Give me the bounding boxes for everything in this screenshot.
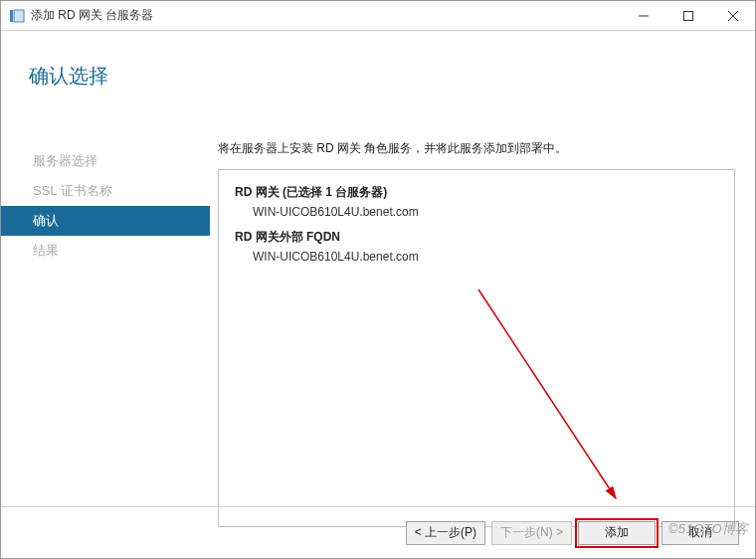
window-controls <box>621 1 755 30</box>
add-button[interactable]: 添加 <box>578 521 656 545</box>
section-header-gateway: RD 网关 (已选择 1 台服务器) <box>235 184 718 201</box>
step-confirm[interactable]: 确认 <box>1 206 210 236</box>
step-server-select[interactable]: 服务器选择 <box>1 146 210 176</box>
svg-rect-3 <box>683 11 692 20</box>
step-ssl-cert[interactable]: SSL 证书名称 <box>1 176 210 206</box>
prev-button[interactable]: < 上一步(P) <box>406 521 485 545</box>
titlebar: 添加 RD 网关 台服务器 <box>1 1 755 31</box>
intro-text: 将在服务器上安装 RD 网关 角色服务，并将此服务添加到部署中。 <box>218 140 735 157</box>
svg-line-5 <box>728 11 738 21</box>
page-title: 确认选择 <box>29 63 108 90</box>
close-button[interactable] <box>710 1 755 30</box>
wizard-steps-sidebar: 服务器选择 SSL 证书名称 确认 结果 <box>1 31 210 506</box>
minimize-button[interactable] <box>621 1 665 30</box>
content-area: 服务器选择 SSL 证书名称 确认 结果 将在服务器上安装 RD 网关 角色服务… <box>1 31 755 506</box>
watermark-text: ©51CTO博客 <box>668 520 749 538</box>
svg-rect-0 <box>10 10 13 22</box>
details-box: RD 网关 (已选择 1 台服务器) WIN-UICOB610L4U.benet… <box>218 169 735 527</box>
section-value-fqdn: WIN-UICOB610L4U.benet.com <box>253 250 718 264</box>
section-header-fqdn: RD 网关外部 FQDN <box>235 229 718 246</box>
app-icon <box>9 8 25 24</box>
next-button: 下一步(N) > <box>491 521 572 545</box>
step-result[interactable]: 结果 <box>1 236 210 266</box>
window-title: 添加 RD 网关 台服务器 <box>31 7 153 24</box>
maximize-button[interactable] <box>665 1 710 30</box>
svg-line-4 <box>728 11 738 21</box>
main-panel: 将在服务器上安装 RD 网关 角色服务，并将此服务添加到部署中。 RD 网关 (… <box>210 31 755 506</box>
footer-bar: < 上一步(P) 下一步(N) > 添加 取消 <box>1 506 755 558</box>
svg-rect-1 <box>14 10 24 22</box>
section-value-gateway: WIN-UICOB610L4U.benet.com <box>253 205 718 219</box>
